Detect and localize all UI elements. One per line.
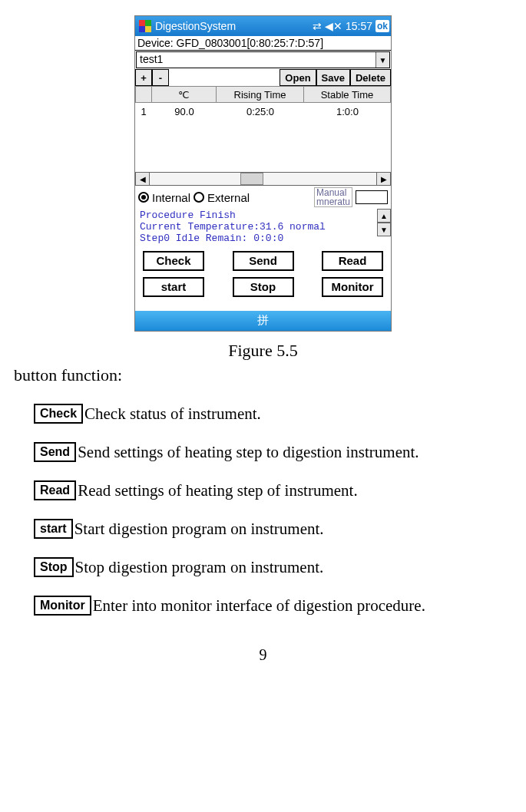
connectivity-icon[interactable]: ⇄ bbox=[313, 20, 322, 32]
scroll-left-icon[interactable]: ◀ bbox=[136, 173, 150, 185]
cell-rising: 0:25:0 bbox=[217, 103, 304, 120]
windows-logo-icon bbox=[137, 18, 153, 34]
internal-radio[interactable] bbox=[138, 192, 149, 203]
toolbar: + - Open Save Delete bbox=[135, 69, 391, 86]
log-text: Procedure Finish Current Temperature:31.… bbox=[135, 209, 377, 246]
scroll-thumb[interactable] bbox=[240, 173, 263, 185]
button-function-item: MonitorEnter into monitor interface of d… bbox=[34, 596, 512, 616]
read-button[interactable]: Read bbox=[322, 251, 383, 271]
bf-button-check: Check bbox=[34, 404, 83, 424]
bf-button-read: Read bbox=[34, 480, 76, 500]
bf-desc: Start digestion program on instrument. bbox=[74, 520, 324, 539]
table-row[interactable]: 1 90.0 0:25:0 1:0:0 bbox=[135, 103, 391, 120]
table-body: 1 90.0 0:25:0 1:0:0 bbox=[135, 103, 391, 172]
log-panel: Procedure Finish Current Temperature:31.… bbox=[135, 209, 391, 246]
chevron-down-icon[interactable]: ▼ bbox=[375, 52, 389, 68]
remove-row-button[interactable]: - bbox=[152, 69, 169, 86]
bf-button-monitor: Monitor bbox=[34, 596, 91, 616]
manual-value-input[interactable] bbox=[356, 190, 388, 204]
cell-stable: 1:0:0 bbox=[304, 103, 391, 120]
button-function-heading: button function: bbox=[14, 365, 512, 385]
preset-select[interactable]: test1 ▼ bbox=[136, 51, 390, 68]
button-function-item: SendSend settings of heating step to dig… bbox=[34, 442, 512, 462]
scroll-right-icon[interactable]: ▶ bbox=[376, 173, 390, 185]
device-label: Device: GFD_0803001[0:80:25:7:D:57] bbox=[135, 36, 391, 51]
bf-desc: Send settings of heating step to digesti… bbox=[78, 443, 418, 462]
delete-button[interactable]: Delete bbox=[350, 69, 391, 86]
vertical-scrollbar[interactable]: ▲ ▼ bbox=[377, 209, 391, 246]
action-buttons: Check Send Read start Stop Monitor bbox=[135, 246, 391, 311]
ime-bar[interactable]: 拼 bbox=[135, 311, 391, 331]
check-button[interactable]: Check bbox=[143, 251, 204, 271]
ok-button[interactable]: ok bbox=[375, 20, 389, 32]
scroll-down-icon[interactable]: ▼ bbox=[377, 223, 391, 236]
open-button[interactable]: Open bbox=[280, 69, 316, 86]
cell-temp: 90.0 bbox=[152, 103, 217, 120]
ime-label: 拼 bbox=[257, 313, 269, 328]
external-label: External bbox=[207, 191, 250, 204]
titlebar: DigestionSystem ⇄ ◀✕ 15:57 ok bbox=[135, 16, 391, 36]
sensor-mode-row: Internal External Manual mneratu bbox=[135, 186, 391, 209]
external-radio[interactable] bbox=[194, 192, 204, 203]
add-row-button[interactable]: + bbox=[135, 69, 152, 86]
button-function-item: StopStop digestion program on instrument… bbox=[34, 557, 512, 577]
button-function-list: CheckCheck status of instrument.SendSend… bbox=[14, 404, 512, 616]
button-function-item: CheckCheck status of instrument. bbox=[34, 404, 512, 424]
manual-label: Manual mneratu bbox=[314, 187, 352, 207]
save-button[interactable]: Save bbox=[316, 69, 350, 86]
preset-select-value: test1 bbox=[137, 52, 375, 68]
bf-desc: Read settings of heating step of instrum… bbox=[78, 481, 358, 500]
volume-icon[interactable]: ◀✕ bbox=[325, 20, 342, 32]
page-number: 9 bbox=[14, 646, 512, 664]
bf-desc: Enter into monitor interface of digestio… bbox=[93, 596, 425, 616]
bf-desc: Stop digestion program on instrument. bbox=[75, 558, 324, 577]
cell-idx: 1 bbox=[135, 103, 152, 120]
clock: 15:57 bbox=[346, 20, 372, 32]
bf-button-start: start bbox=[34, 519, 73, 539]
bf-button-stop: Stop bbox=[34, 557, 74, 577]
col-temp: ℃ bbox=[152, 86, 217, 103]
internal-label: Internal bbox=[152, 191, 190, 204]
col-stable: Stable Time bbox=[304, 86, 391, 103]
start-button[interactable]: start bbox=[143, 277, 204, 297]
send-button[interactable]: Send bbox=[233, 251, 294, 271]
pda-window: DigestionSystem ⇄ ◀✕ 15:57 ok Device: GF… bbox=[134, 15, 392, 332]
scroll-up-icon[interactable]: ▲ bbox=[377, 209, 391, 223]
figure-caption: Figure 5.5 bbox=[14, 341, 512, 361]
col-rising: Rising Time bbox=[217, 86, 304, 103]
table-header: ℃ Rising Time Stable Time bbox=[135, 86, 391, 103]
horizontal-scrollbar[interactable]: ◀ ▶ bbox=[135, 172, 391, 186]
button-function-item: ReadRead settings of heating step of ins… bbox=[34, 480, 512, 500]
bf-button-send: Send bbox=[34, 442, 76, 462]
bf-desc: Check status of instrument. bbox=[84, 404, 261, 424]
stop-button[interactable]: Stop bbox=[233, 277, 294, 297]
monitor-button[interactable]: Monitor bbox=[322, 277, 383, 297]
app-title: DigestionSystem bbox=[155, 20, 236, 32]
button-function-item: startStart digestion program on instrume… bbox=[34, 519, 512, 539]
